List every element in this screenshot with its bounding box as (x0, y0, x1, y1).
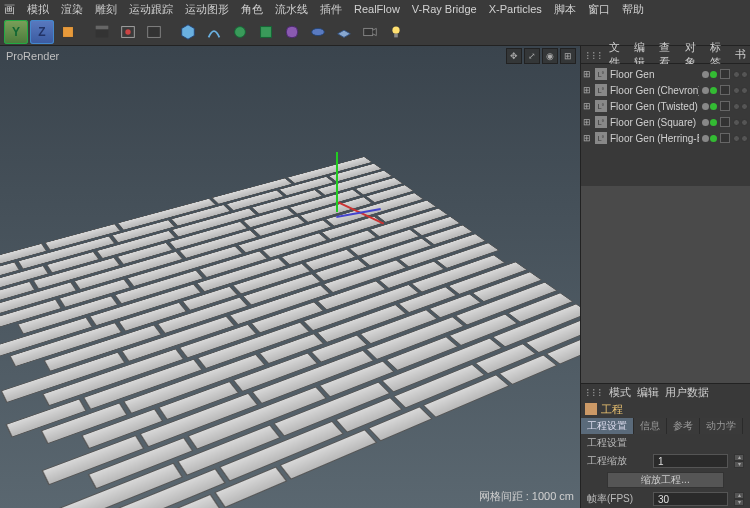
deformer-icon[interactable] (280, 20, 304, 44)
menu-5[interactable]: 运动图形 (185, 2, 229, 17)
menu-3[interactable]: 雕刻 (95, 2, 117, 17)
menu-11[interactable]: X-Particles (489, 3, 542, 15)
nurbs-icon[interactable] (228, 20, 252, 44)
object-name[interactable]: Floor Gen (Herring-B) (610, 133, 699, 144)
layer-dots[interactable] (733, 87, 748, 94)
layer-dots[interactable] (733, 135, 748, 142)
environment-icon[interactable] (306, 20, 330, 44)
menu-12[interactable]: 脚本 (554, 2, 576, 17)
expand-icon[interactable]: ⊞ (583, 133, 592, 143)
viewport[interactable]: ProRender ✥ ⤢ ◉ ⊞ 网格间距 : 1000 cm (0, 46, 580, 508)
vp-orbit-icon[interactable]: ◉ (542, 48, 558, 64)
axis-y-button[interactable]: Y (4, 20, 28, 44)
expand-icon[interactable]: ⊞ (583, 85, 592, 95)
render-settings-icon[interactable] (142, 20, 166, 44)
menu-13[interactable]: 窗口 (588, 2, 610, 17)
camera-icon[interactable] (358, 20, 382, 44)
object-tag[interactable] (720, 133, 730, 143)
menu-6[interactable]: 角色 (241, 2, 263, 17)
fps-spinner[interactable]: ▴▾ (734, 492, 744, 506)
attr-tab-1[interactable]: 信息 (634, 418, 667, 434)
object-name[interactable]: Floor Gen (Twisted) (610, 101, 699, 112)
fps-input[interactable]: 30 (653, 492, 728, 506)
object-tag[interactable] (720, 69, 730, 79)
spline-pen-icon[interactable] (202, 20, 226, 44)
expand-icon[interactable]: ⊞ (583, 101, 592, 111)
project-scale-spinner[interactable]: ▴▾ (734, 454, 744, 468)
svg-rect-5 (148, 26, 161, 37)
attr-group-heading: 工程设置 (581, 434, 750, 452)
floorgen-icon: L° (595, 68, 607, 80)
menu-0[interactable]: 画 (4, 2, 15, 17)
fps-field: 帧率(FPS) 30 ▴▾ (581, 490, 750, 508)
floorgen-icon: L° (595, 84, 607, 96)
object-row[interactable]: ⊞L°Floor Gen (581, 66, 750, 82)
menu-14[interactable]: 帮助 (622, 2, 644, 17)
light-icon[interactable] (384, 20, 408, 44)
object-name[interactable]: Floor Gen (Square) (610, 117, 699, 128)
attr-menu-userdata[interactable]: 用户数据 (665, 385, 709, 400)
attr-menubar: ⫶⫶⫶ 模式 编辑 用户数据 (581, 384, 750, 400)
render-region-icon[interactable] (116, 20, 140, 44)
object-tag[interactable] (720, 117, 730, 127)
object-name[interactable]: Floor Gen (610, 69, 699, 80)
attr-tab-3[interactable]: 动力学 (700, 418, 743, 434)
object-row[interactable]: ⊞L°Floor Gen (Twisted) (581, 98, 750, 114)
layer-dots[interactable] (733, 119, 748, 126)
object-tag[interactable] (720, 101, 730, 111)
primitive-cube-icon[interactable] (176, 20, 200, 44)
visibility-dots[interactable] (702, 119, 717, 126)
object-tag[interactable] (720, 85, 730, 95)
object-list[interactable]: ⊞L°Floor Gen⊞L°Floor Gen (Chevron)⊞L°Flo… (581, 64, 750, 186)
expand-icon[interactable]: ⊞ (583, 117, 592, 127)
floor-geometry (0, 157, 580, 508)
project-icon (585, 403, 597, 415)
attr-tab-0[interactable]: 工程设置 (581, 418, 634, 434)
vp-layout-icon[interactable]: ⊞ (560, 48, 576, 64)
floor-icon[interactable] (332, 20, 356, 44)
object-row[interactable]: ⊞L°Floor Gen (Chevron) (581, 82, 750, 98)
floorgen-icon: L° (595, 116, 607, 128)
layer-dots[interactable] (733, 103, 748, 110)
visibility-dots[interactable] (702, 71, 717, 78)
svg-rect-9 (364, 28, 373, 35)
generator-icon[interactable] (254, 20, 278, 44)
visibility-dots[interactable] (702, 103, 717, 110)
expand-icon[interactable]: ⊞ (583, 69, 592, 79)
menu-1[interactable]: 模拟 (27, 2, 49, 17)
grid-spacing-status: 网格间距 : 1000 cm (479, 489, 574, 504)
visibility-dots[interactable] (702, 87, 717, 94)
project-scale-field: 工程缩放 1 ▴▾ (581, 452, 750, 470)
vp-pan-icon[interactable]: ✥ (506, 48, 522, 64)
menu-7[interactable]: 流水线 (275, 2, 308, 17)
menu-8[interactable]: 插件 (320, 2, 342, 17)
main-menubar: 画模拟渲染雕刻运动跟踪运动图形角色流水线插件RealFlowV-Ray Brid… (0, 0, 750, 18)
clapper-icon[interactable] (90, 20, 114, 44)
object-row[interactable]: ⊞L°Floor Gen (Herring-B) (581, 130, 750, 146)
project-scale-input[interactable]: 1 (653, 454, 728, 468)
attribute-manager: ⫶⫶⫶ 模式 编辑 用户数据 工程 工程设置信息参考动力学 工程设置 工程缩放 … (581, 383, 750, 508)
viewport-nav-icons: ✥ ⤢ ◉ ⊞ (506, 48, 576, 64)
axis-z-button[interactable]: Z (30, 20, 54, 44)
attr-menu-mode[interactable]: 模式 (609, 385, 631, 400)
svg-rect-2 (96, 25, 109, 29)
svg-point-4 (125, 29, 130, 34)
menu-4[interactable]: 运动跟踪 (129, 2, 173, 17)
object-row[interactable]: ⊞L°Floor Gen (Square) (581, 114, 750, 130)
svg-rect-7 (261, 26, 272, 37)
om-menu-bookmarks[interactable]: 书 (735, 47, 746, 62)
visibility-dots[interactable] (702, 135, 717, 142)
object-name[interactable]: Floor Gen (Chevron) (610, 85, 699, 96)
scale-project-button[interactable]: 缩放工程... (607, 472, 724, 488)
attr-tab-2[interactable]: 参考 (667, 418, 700, 434)
cube-tool-icon[interactable] (56, 20, 80, 44)
svg-point-6 (235, 26, 246, 37)
menu-9[interactable]: RealFlow (354, 3, 400, 15)
menu-2[interactable]: 渲染 (61, 2, 83, 17)
fps-label: 帧率(FPS) (587, 492, 647, 506)
svg-point-10 (392, 26, 399, 33)
attr-menu-edit[interactable]: 编辑 (637, 385, 659, 400)
menu-10[interactable]: V-Ray Bridge (412, 3, 477, 15)
layer-dots[interactable] (733, 71, 748, 78)
vp-zoom-icon[interactable]: ⤢ (524, 48, 540, 64)
